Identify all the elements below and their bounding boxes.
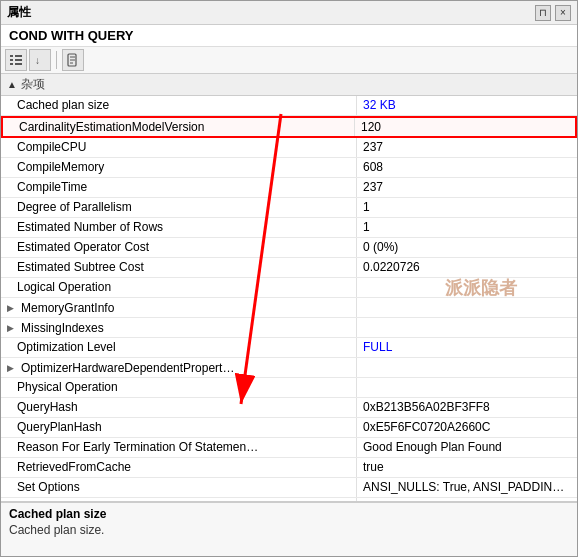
prop-value-compile-time: 237	[357, 178, 577, 197]
svg-rect-0	[10, 55, 13, 57]
toolbar-btn-sort[interactable]: ↓	[29, 49, 51, 71]
prop-row-reason-early-term: Reason For Early Termination Of Statemen…	[1, 438, 577, 458]
prop-row-dop: Degree of Parallelism 1	[1, 198, 577, 218]
prop-name-est-rows: Estimated Number of Rows	[1, 218, 357, 237]
prop-name-compile-time: CompileTime	[1, 178, 357, 197]
prop-value-missing-indexes	[357, 318, 577, 337]
properties-window: 属性 ⊓ × COND WITH QUERY ↓	[0, 0, 578, 557]
main-content: ▲ 杂项 Cached plan size 32 KB CardinalityE…	[1, 74, 577, 501]
prop-name-opt-hw[interactable]: ▶ OptimizerHardwareDependentPropert…	[1, 358, 357, 377]
close-button[interactable]: ×	[555, 5, 571, 21]
prop-value-set-options: ANSI_NULLS: True, ANSI_PADDING: True, AN…	[357, 478, 577, 497]
prop-row-set-options: Set Options ANSI_NULLS: True, ANSI_PADDI…	[1, 478, 577, 498]
expand-arrow-memory-grant: ▶	[7, 303, 17, 313]
title-bar-right: ⊓ ×	[535, 5, 571, 21]
prop-name-reason-early-term: Reason For Early Termination Of Statemen…	[1, 438, 357, 457]
prop-row-cardinality: CardinalityEstimationModelVersion 120	[1, 116, 577, 138]
prop-row-missing-indexes: ▶ MissingIndexes	[1, 318, 577, 338]
prop-value-est-op-cost: 0 (0%)	[357, 238, 577, 257]
prop-name-cached-plan-size: Cached plan size	[1, 96, 357, 115]
prop-value-est-subtree: 0.0220726	[357, 258, 577, 277]
prop-name-set-options: Set Options	[1, 478, 357, 497]
prop-name-statement: Statement	[1, 498, 357, 501]
prop-value-cardinality: 120	[355, 118, 575, 136]
prop-value-statement: IF EXISTS ( SELECT 1 FROM dbo.fnRepa…	[357, 498, 577, 501]
prop-value-retrieved-cache: true	[357, 458, 577, 477]
prop-row-compile-memory: CompileMemory 608	[1, 158, 577, 178]
prop-name-compile-cpu: CompileCPU	[1, 138, 357, 157]
svg-rect-3	[15, 55, 22, 57]
section-label: 杂项	[21, 76, 45, 93]
prop-row-compile-time: CompileTime 237	[1, 178, 577, 198]
svg-rect-4	[15, 59, 22, 61]
toolbar-separator	[56, 51, 57, 69]
prop-name-query-plan-hash: QueryPlanHash	[1, 418, 357, 437]
bottom-panel: Cached plan size Cached plan size.	[1, 501, 577, 556]
prop-value-memory-grant	[357, 298, 577, 317]
prop-name-compile-memory: CompileMemory	[1, 158, 357, 177]
window-title: 属性	[7, 4, 31, 21]
section-header-misc[interactable]: ▲ 杂项	[1, 74, 577, 96]
doc-icon	[66, 53, 80, 67]
bottom-panel-title: Cached plan size	[9, 507, 569, 521]
prop-row-logical-op: Logical Operation	[1, 278, 577, 298]
prop-row-query-hash: QueryHash 0xB213B56A02BF3FF8	[1, 398, 577, 418]
prop-row-query-plan-hash: QueryPlanHash 0xE5F6FC0720A2660C	[1, 418, 577, 438]
prop-value-reason-early-term: Good Enough Plan Found	[357, 438, 577, 457]
query-title: COND WITH QUERY	[1, 25, 577, 47]
title-bar-left: 属性	[7, 4, 31, 21]
prop-value-cached-plan-size: 32 KB	[357, 96, 577, 115]
expand-arrow-missing-indexes: ▶	[7, 323, 17, 333]
prop-value-opt-hw	[357, 358, 577, 377]
list-icon	[9, 53, 23, 67]
toolbar-btn-list[interactable]	[5, 49, 27, 71]
prop-row-cached-plan-size: Cached plan size 32 KB	[1, 96, 577, 116]
prop-name-est-subtree: Estimated Subtree Cost	[1, 258, 357, 277]
prop-row-est-op-cost: Estimated Operator Cost 0 (0%)	[1, 238, 577, 258]
prop-value-logical-op	[357, 278, 577, 297]
prop-row-compile-cpu: CompileCPU 237	[1, 138, 577, 158]
prop-value-query-hash: 0xB213B56A02BF3FF8	[357, 398, 577, 417]
svg-rect-2	[10, 63, 13, 65]
properties-panel[interactable]: ▲ 杂项 Cached plan size 32 KB CardinalityE…	[1, 74, 577, 501]
prop-value-est-rows: 1	[357, 218, 577, 237]
prop-row-opt-level: Optimization Level FULL	[1, 338, 577, 358]
prop-row-est-subtree: Estimated Subtree Cost 0.0220726	[1, 258, 577, 278]
svg-text:↓: ↓	[35, 55, 40, 66]
prop-name-query-hash: QueryHash	[1, 398, 357, 417]
prop-name-opt-level: Optimization Level	[1, 338, 357, 357]
toolbar-btn-doc[interactable]	[62, 49, 84, 71]
prop-name-dop: Degree of Parallelism	[1, 198, 357, 217]
prop-value-query-plan-hash: 0xE5F6FC0720A2660C	[357, 418, 577, 437]
prop-name-est-op-cost: Estimated Operator Cost	[1, 238, 357, 257]
prop-value-dop: 1	[357, 198, 577, 217]
prop-name-missing-indexes[interactable]: ▶ MissingIndexes	[1, 318, 357, 337]
pin-button[interactable]: ⊓	[535, 5, 551, 21]
title-bar: 属性 ⊓ ×	[1, 1, 577, 25]
prop-name-cardinality: CardinalityEstimationModelVersion	[3, 118, 355, 136]
prop-name-logical-op: Logical Operation	[1, 278, 357, 297]
toolbar: ↓	[1, 47, 577, 74]
prop-name-physical-op: Physical Operation	[1, 378, 357, 397]
svg-rect-5	[15, 63, 22, 65]
prop-value-compile-cpu: 237	[357, 138, 577, 157]
prop-row-physical-op: Physical Operation	[1, 378, 577, 398]
prop-name-memory-grant[interactable]: ▶ MemoryGrantInfo	[1, 298, 357, 317]
sort-icon: ↓	[33, 53, 47, 67]
expand-arrow-opt-hw: ▶	[7, 363, 17, 373]
section-expand-icon[interactable]: ▲	[7, 79, 17, 90]
prop-value-physical-op	[357, 378, 577, 397]
prop-row-est-rows: Estimated Number of Rows 1	[1, 218, 577, 238]
prop-row-statement: Statement IF EXISTS ( SELECT 1 FROM dbo.…	[1, 498, 577, 501]
prop-row-memory-grant: ▶ MemoryGrantInfo	[1, 298, 577, 318]
bottom-panel-desc: Cached plan size.	[9, 523, 569, 537]
prop-row-opt-hw: ▶ OptimizerHardwareDependentPropert…	[1, 358, 577, 378]
prop-row-retrieved-cache: RetrievedFromCache true	[1, 458, 577, 478]
prop-value-compile-memory: 608	[357, 158, 577, 177]
svg-rect-1	[10, 59, 13, 61]
prop-value-opt-level: FULL	[357, 338, 577, 357]
prop-name-retrieved-cache: RetrievedFromCache	[1, 458, 357, 477]
